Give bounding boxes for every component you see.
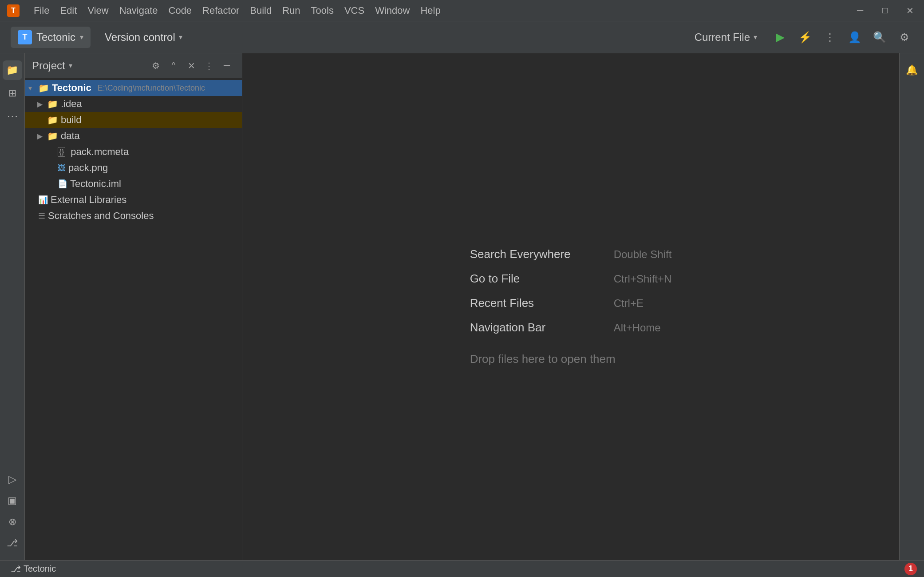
project-panel-header: Project ▾ ⚙ ^ ✕ ⋮ ─: [25, 53, 242, 78]
close-button[interactable]: ✕: [903, 4, 917, 18]
mcmeta-icon: {}: [58, 147, 65, 157]
menu-help[interactable]: Help: [420, 5, 440, 16]
project-header-actions: ⚙ ^ ✕ ⋮ ─: [148, 58, 235, 74]
menu-file[interactable]: File: [34, 5, 49, 16]
sidebar-item-project[interactable]: 📁: [3, 60, 22, 80]
main-toolbar: T Tectonic ▾ Version control ▾ Current F…: [0, 21, 924, 53]
hint-recent-shortcut: Ctrl+E: [614, 297, 644, 310]
png-name: pack.png: [68, 162, 108, 174]
project-dropdown-icon: ▾: [80, 33, 83, 41]
sidebar-item-problems[interactable]: ⊗: [3, 512, 22, 532]
menu-view[interactable]: View: [87, 5, 108, 16]
current-file-dropdown-icon: ▾: [754, 33, 757, 41]
idea-folder-icon: 📁: [47, 99, 58, 109]
tree-data-folder[interactable]: ▶ 📁 data: [25, 128, 242, 144]
menu-code[interactable]: Code: [169, 5, 192, 16]
editor-hints: Search Everywhere Double Shift Go to Fil…: [470, 247, 672, 366]
toolbar-more-icon[interactable]: ⋮: [821, 28, 839, 46]
hint-goto-shortcut: Ctrl+Shift+N: [614, 273, 672, 285]
version-control-selector[interactable]: Version control ▾: [98, 28, 190, 47]
version-control-dropdown-icon: ▾: [179, 33, 182, 41]
iml-icon: 📄: [58, 179, 67, 189]
status-right: 1: [904, 563, 917, 575]
hint-search-everywhere: Search Everywhere Double Shift: [470, 247, 672, 261]
project-panel-title[interactable]: Project ▾: [32, 60, 72, 72]
root-folder-icon: 📁: [38, 83, 49, 93]
project-close-panel-button[interactable]: ✕: [183, 58, 199, 74]
menu-refactor[interactable]: Refactor: [202, 5, 239, 16]
project-title-label: Project: [32, 60, 65, 72]
hint-search-shortcut: Double Shift: [614, 248, 672, 261]
png-icon: 🖼: [58, 163, 66, 173]
tree-pack-png[interactable]: 🖼 pack.png: [25, 160, 242, 176]
title-bar: T File Edit View Navigate Code Refactor …: [0, 0, 924, 21]
root-arrow: ▾: [28, 84, 36, 92]
tree-build-folder[interactable]: 📁 build: [25, 112, 242, 128]
sidebar-item-run[interactable]: ▷: [3, 470, 22, 489]
menu-build[interactable]: Build: [250, 5, 272, 16]
profile-button[interactable]: 👤: [846, 28, 864, 46]
menu-bar: File Edit View Navigate Code Refactor Bu…: [34, 5, 441, 16]
file-tree: ▾ 📁 Tectonic E:\Coding\mcfunction\Tecton…: [25, 78, 242, 560]
project-settings-button[interactable]: ⚙: [148, 58, 164, 74]
hint-recent-files: Recent Files Ctrl+E: [470, 296, 672, 310]
sidebar-item-more[interactable]: ⋯: [3, 107, 22, 126]
notification-button[interactable]: 🔔: [902, 60, 922, 80]
right-sidebar: 🔔: [899, 53, 924, 560]
project-collapse-button[interactable]: ^: [166, 58, 182, 74]
tree-root[interactable]: ▾ 📁 Tectonic E:\Coding\mcfunction\Tecton…: [25, 80, 242, 96]
search-everywhere-button[interactable]: 🔍: [871, 28, 888, 46]
scratches-icon: ☰: [38, 211, 45, 221]
tree-pack-mcmeta[interactable]: {} pack.mcmeta: [25, 144, 242, 160]
menu-vcs[interactable]: VCS: [344, 5, 364, 16]
project-icon: T: [18, 30, 32, 44]
project-name: Tectonic: [36, 31, 75, 44]
main-content: 📁 ⊞ ⋯ ▷ ▣ ⊗ ⎇ Project ▾ ⚙ ^ ✕ ⋮ ─: [0, 53, 924, 560]
project-more-button[interactable]: ⋮: [201, 58, 217, 74]
mcmeta-name: pack.mcmeta: [71, 146, 129, 158]
status-project-name: Tectonic: [24, 564, 56, 574]
minimize-button[interactable]: ─: [853, 4, 867, 18]
menu-edit[interactable]: Edit: [60, 5, 77, 16]
sidebar-item-git[interactable]: ⎇: [3, 533, 22, 553]
version-control-label: Version control: [105, 31, 175, 44]
library-icon: 📊: [38, 195, 48, 205]
status-vcs-icon: ⎇: [11, 564, 21, 574]
app-icon: T: [7, 4, 20, 17]
hint-goto-file: Go to File Ctrl+Shift+N: [470, 272, 672, 286]
sidebar-item-terminal[interactable]: ▣: [3, 491, 22, 510]
hint-nav-label: Navigation Bar: [470, 321, 603, 334]
settings-button[interactable]: ⚙: [896, 28, 913, 46]
status-project[interactable]: ⎇ Tectonic: [7, 562, 59, 576]
sidebar-item-plugins[interactable]: ⊞: [3, 84, 22, 103]
project-minimize-button[interactable]: ─: [219, 58, 235, 74]
project-selector[interactable]: T Tectonic ▾: [11, 27, 91, 48]
run-button[interactable]: ▶: [771, 28, 789, 46]
current-file-button[interactable]: Current File ▾: [687, 28, 764, 47]
error-badge[interactable]: 1: [904, 563, 917, 575]
status-bar: ⎇ Tectonic 1: [0, 560, 924, 577]
maximize-button[interactable]: □: [878, 4, 892, 18]
ext-libraries-name: External Libraries: [51, 194, 126, 206]
data-arrow: ▶: [37, 132, 44, 140]
tree-tectonic-iml[interactable]: 📄 Tectonic.iml: [25, 176, 242, 192]
tree-external-libraries[interactable]: 📊 External Libraries: [25, 192, 242, 208]
hint-recent-label: Recent Files: [470, 296, 603, 310]
menu-tools[interactable]: Tools: [311, 5, 334, 16]
project-panel: Project ▾ ⚙ ^ ✕ ⋮ ─ ▾ 📁 Tectonic E:\Codi…: [25, 53, 242, 560]
window-controls: ─ □ ✕: [853, 4, 917, 18]
tree-idea-folder[interactable]: ▶ 📁 .idea: [25, 96, 242, 112]
menu-window[interactable]: Window: [375, 5, 410, 16]
root-path: E:\Coding\mcfunction\Tectonic: [98, 84, 205, 93]
current-file-label: Current File: [695, 31, 750, 44]
menu-navigate[interactable]: Navigate: [119, 5, 158, 16]
hint-nav-bar: Navigation Bar Alt+Home: [470, 321, 672, 334]
build-name: build: [61, 114, 81, 126]
status-left: ⎇ Tectonic: [7, 562, 59, 576]
hint-goto-label: Go to File: [470, 272, 603, 286]
power-icon[interactable]: ⚡: [796, 28, 814, 46]
menu-run[interactable]: Run: [282, 5, 300, 16]
idea-arrow: ▶: [37, 100, 44, 108]
tree-scratches-consoles[interactable]: ☰ Scratches and Consoles: [25, 208, 242, 224]
build-folder-icon: 📁: [47, 115, 58, 125]
